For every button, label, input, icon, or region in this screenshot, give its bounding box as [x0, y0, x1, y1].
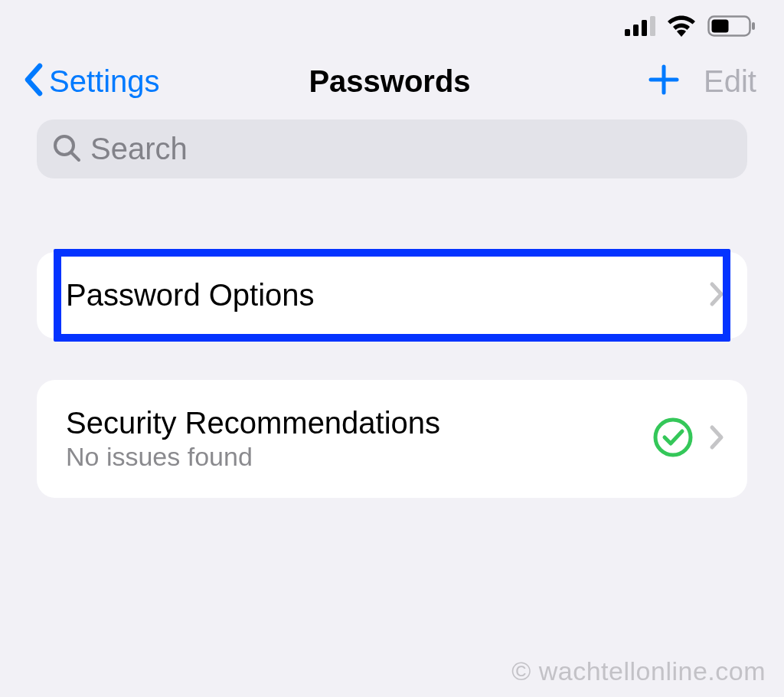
security-recommendations-group: Security Recommendations No issues found [37, 380, 747, 498]
wifi-icon [666, 15, 697, 37]
row-subtitle: No issues found [66, 442, 637, 472]
watermark: © wachtellonline.com [511, 656, 766, 686]
svg-rect-2 [642, 20, 647, 36]
back-button[interactable]: Settings [23, 63, 267, 100]
search-input[interactable] [90, 132, 732, 166]
password-options-group: Password Options [37, 252, 747, 339]
battery-icon [707, 15, 756, 37]
checkmark-circle-icon [652, 417, 694, 461]
status-bar [0, 0, 784, 44]
row-title: Password Options [66, 278, 694, 313]
back-label: Settings [49, 64, 160, 99]
chevron-right-icon [709, 424, 724, 453]
svg-rect-3 [650, 16, 655, 36]
security-recommendations-row[interactable]: Security Recommendations No issues found [37, 380, 747, 498]
svg-line-8 [71, 152, 79, 160]
row-title: Security Recommendations [66, 406, 637, 440]
plus-icon [648, 64, 679, 98]
chevron-right-icon [709, 281, 724, 310]
svg-rect-6 [752, 22, 755, 30]
cellular-signal-icon [625, 16, 655, 36]
search-box[interactable] [37, 119, 747, 178]
search-icon [52, 133, 81, 165]
password-options-row[interactable]: Password Options [37, 252, 747, 339]
add-button[interactable] [648, 64, 679, 98]
svg-rect-5 [712, 20, 729, 33]
svg-rect-1 [633, 25, 639, 36]
chevron-left-icon [23, 63, 44, 100]
svg-rect-0 [625, 29, 630, 36]
edit-button[interactable]: Edit [704, 64, 756, 99]
svg-point-9 [655, 420, 691, 455]
navigation-bar: Settings Passwords Edit [0, 44, 784, 119]
page-title: Passwords [267, 64, 511, 99]
